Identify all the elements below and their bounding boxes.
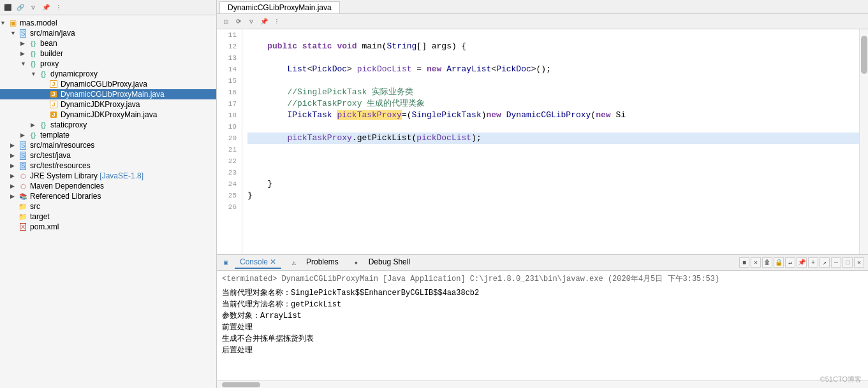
editor-toolbar-icon5[interactable]: ⋮ (272, 17, 282, 27)
tree-icon-folder: 📁 (18, 202, 28, 211)
tab-debug-shell[interactable]: Debug Shell (364, 256, 415, 269)
remove-launch-icon[interactable]: ✕ (751, 257, 761, 268)
line-number-26: 26 (217, 201, 239, 213)
tree-icon-package: {} (38, 69, 48, 78)
filter-icon[interactable]: ▽ (28, 3, 38, 13)
code-line-12: public static void main(String[] args) { (247, 41, 859, 52)
tree-toggle[interactable]: ▶ (10, 152, 18, 159)
tree-icon-project: ▣ (8, 18, 18, 27)
collapse-all-icon[interactable]: ⬛ (3, 3, 13, 13)
tree-toggle[interactable]: ▶ (20, 40, 28, 47)
tree-label: DynamicJDKProxy.java (61, 100, 140, 109)
line-number-16: 16 (217, 87, 239, 98)
tree-icon-java-file: J (48, 80, 59, 89)
clear-console-icon[interactable]: 🗑 (762, 257, 772, 268)
tree-item-dynamicproxy[interactable]: ▼{}dynamicproxy (0, 69, 216, 79)
line-number-12: 12 (217, 41, 239, 52)
tree-toggle[interactable]: ▼ (31, 71, 38, 77)
tree-toggle[interactable]: ▼ (20, 61, 28, 67)
code-content[interactable]: public static void main(String[] args) {… (242, 29, 859, 254)
tree-icon-package: {} (28, 59, 38, 68)
minimize-icon[interactable]: — (831, 257, 841, 268)
line-number-25: 25 (217, 190, 239, 201)
tree-label: target (30, 212, 50, 221)
tree-item-mas-model[interactable]: ▼▣mas.model (0, 18, 216, 28)
tree-item-src-test-resources[interactable]: ▶Ssrc/test/resources (0, 161, 216, 171)
editor-toolbar-icon4[interactable]: 📌 (259, 17, 269, 27)
pin-console-icon[interactable]: 📌 (797, 257, 807, 268)
tree-label: template (40, 131, 70, 140)
tree-item-src[interactable]: 📁src (0, 201, 216, 212)
tree-item-proxy[interactable]: ▼{}proxy (0, 59, 216, 69)
tree-toggle[interactable]: ▶ (10, 142, 18, 148)
tree-item-dynamicjdkproxymain-java[interactable]: JDynamicJDKProxyMain.java (0, 110, 216, 120)
line-number-15: 15 (217, 75, 239, 87)
console-panel: ▣ Console ✕ ⚠ Problems ⬥ Debug Shell ■ ✕… (217, 254, 868, 388)
tree-item-src-test-java[interactable]: ▶Ssrc/test/java (0, 150, 216, 161)
pin-icon[interactable]: 📌 (41, 3, 51, 13)
tree-item-dynamicjdkproxy-java[interactable]: JDynamicJDKProxy.java (0, 99, 216, 110)
code-line-17: //pickTaskProxy 生成的代理类象 (247, 98, 859, 110)
tree-item-src-main-java[interactable]: ▼Ssrc/main/java (0, 28, 216, 38)
tree-icon-library: ⬡ (18, 182, 28, 190)
tree-item-jre-system-library--javase-1-8-[interactable]: ▶⬡JRE System Library [JavaSE-1.8] (0, 171, 216, 181)
code-line-19 (247, 121, 859, 133)
console-horizontal-scrollbar[interactable] (217, 380, 868, 388)
tree-item-src-main-resources[interactable]: ▶Ssrc/main/resources (0, 140, 216, 150)
editor-toolbar-icon1[interactable]: ◫ (221, 17, 231, 27)
menu-icon[interactable]: ⋮ (54, 3, 64, 13)
tree-item-referenced-libraries[interactable]: ▶📚Referenced Libraries (0, 191, 216, 201)
tree-toggle[interactable]: ▶ (20, 132, 28, 138)
tab-problems[interactable]: Problems (301, 256, 344, 269)
terminate-icon[interactable]: ■ (739, 257, 749, 268)
tree-toggle[interactable]: ▼ (10, 30, 18, 36)
tree-toggle[interactable]: ▶ (10, 193, 18, 199)
tree-icon-library: ⬡ (18, 171, 28, 180)
tree-item-template[interactable]: ▶{}template (0, 130, 216, 140)
close-console-icon[interactable]: ✕ (854, 257, 864, 268)
scroll-lock-icon[interactable]: 🔒 (774, 257, 784, 268)
maximize-icon[interactable]: □ (842, 257, 853, 268)
line-number-13: 13 (217, 52, 239, 64)
editor-panel: DynamicCGLibProxyMain.java ◫ ⟳ ▽ 📌 ⋮ 111… (217, 0, 868, 388)
tree-toggle[interactable]: ▶ (10, 173, 18, 179)
tree-item-pom-xml[interactable]: Xpom.xml (0, 222, 216, 232)
tree-label: proxy (40, 59, 59, 68)
console-output-line: 当前代理对象名称：SinglePickTask$$EnhancerByCGLIB… (222, 287, 863, 299)
code-line-23 (247, 167, 859, 178)
tree-label: src/main/resources (30, 141, 94, 150)
tree-icon-folder: 📁 (18, 212, 28, 221)
tree-item-dynamiccglibproxy-java[interactable]: JDynamicCGLibProxy.java (0, 79, 216, 89)
tree-item-bean[interactable]: ▶{}bean (0, 38, 216, 48)
tree-toggle[interactable]: ▶ (10, 162, 18, 169)
tree-toggle[interactable]: ▶ (20, 50, 28, 57)
tree-item-dynamiccglibproxymain-java[interactable]: JDynamicCGLibProxyMain.java (0, 89, 216, 99)
code-line-22 (247, 155, 859, 167)
tree-item-builder[interactable]: ▶{}builder (0, 48, 216, 59)
tree-icon-package: {} (28, 131, 38, 140)
link-editor-icon[interactable]: 🔗 (15, 3, 26, 13)
line-number-23: 23 (217, 167, 239, 178)
tree-label: builder (40, 49, 63, 58)
tree-toggle[interactable]: ▶ (10, 183, 18, 189)
editor-scrollbar[interactable] (859, 29, 868, 254)
word-wrap-icon[interactable]: ↵ (785, 257, 795, 268)
console-output: <terminated> DynamicCGLibProxyMain [Java… (217, 271, 868, 380)
editor-tab-main[interactable]: DynamicCGLibProxyMain.java (219, 1, 340, 13)
tree-item-target[interactable]: 📁target (0, 212, 216, 222)
tree-toggle[interactable]: ▶ (31, 122, 38, 128)
editor-toolbar-icon3[interactable]: ▽ (246, 17, 256, 27)
code-line-26 (247, 201, 859, 213)
explorer-toolbar: ⬛ 🔗 ▽ 📌 ⋮ (0, 0, 216, 15)
new-console-icon[interactable]: + (808, 257, 818, 268)
tree-icon-library: 📚 (18, 192, 28, 201)
tree-label: dynamicproxy (50, 69, 98, 78)
open-console-icon[interactable]: ↗ (820, 257, 830, 268)
tree-item-staticproxy[interactable]: ▶{}staticproxy (0, 120, 216, 130)
console-scroll-thumb[interactable] (222, 382, 260, 387)
editor-toolbar-icon2[interactable]: ⟳ (233, 17, 244, 27)
scrollbar-thumb[interactable] (861, 36, 867, 74)
tab-console[interactable]: Console ✕ (235, 256, 281, 269)
tree-toggle[interactable]: ▼ (0, 20, 8, 26)
tree-item-maven-dependencies[interactable]: ▶⬡Maven Dependencies (0, 181, 216, 191)
